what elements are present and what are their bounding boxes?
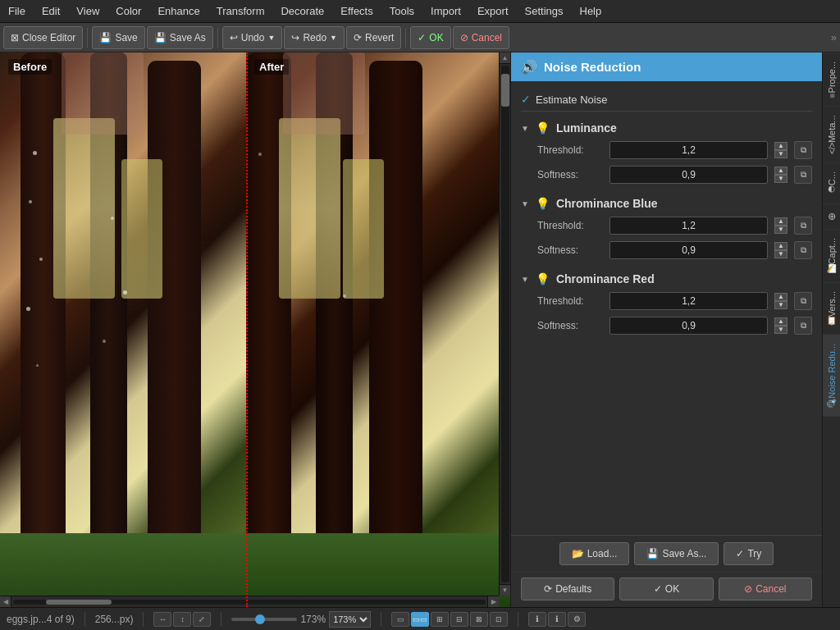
chrom-red-threshold-label: Threshold: xyxy=(537,295,603,307)
multi-view-icon-3[interactable]: ⊠ xyxy=(470,612,488,627)
luminance-softness-copy[interactable]: ⧉ xyxy=(794,166,812,184)
chrom-red-threshold-spinners: ▲ ▼ xyxy=(774,293,788,309)
resize-icons: ↔ ↕ ⤢ xyxy=(153,612,211,627)
fit-window-icon[interactable]: ⤢ xyxy=(193,612,211,627)
luminance-softness-spinners: ▲ ▼ xyxy=(774,167,788,183)
save-as-button[interactable]: 💾 Save As xyxy=(147,26,213,49)
vscroll-down-button[interactable]: ▼ xyxy=(500,584,511,596)
luminance-softness-input[interactable] xyxy=(609,166,768,184)
estimate-noise-check[interactable]: ✓ xyxy=(521,93,531,106)
save-button[interactable]: 💾 Save xyxy=(92,26,144,49)
menu-tools[interactable]: Tools xyxy=(381,2,422,21)
noise-reduction-panel: 🔊 Noise Reduction ✓ Estimate Noise ▼ 💡 L… xyxy=(510,52,822,607)
menu-view[interactable]: View xyxy=(68,2,107,21)
panel-cancel-button[interactable]: ⊘ Cancel xyxy=(719,578,812,600)
menu-import[interactable]: Import xyxy=(422,2,469,21)
fit-width-icon[interactable]: ↔ xyxy=(153,612,171,627)
luminance-softness-spin-up[interactable]: ▲ xyxy=(774,167,788,175)
side-tabs: ≡ Prope... </> Meta... ◑ C... ⊕ 📝 Capt..… xyxy=(822,52,840,607)
menu-settings[interactable]: Settings xyxy=(517,2,572,21)
chrom-blue-softness-spin-down[interactable]: ▼ xyxy=(774,250,788,258)
info-icon[interactable]: ℹ xyxy=(528,612,546,627)
revert-button[interactable]: ⟳ Revert xyxy=(346,26,401,49)
horizontal-scrollbar[interactable]: ◀ ▶ xyxy=(0,596,499,607)
menu-help[interactable]: Help xyxy=(572,2,610,21)
panel-ok-button[interactable]: ✓ OK xyxy=(619,578,713,600)
chrom-blue-softness-input[interactable] xyxy=(609,241,768,259)
chrom-red-threshold-row: Threshold: ▲ ▼ ⧉ xyxy=(521,289,812,313)
captions-tab[interactable]: 📝 Capt... xyxy=(823,229,840,282)
menu-decorate[interactable]: Decorate xyxy=(272,2,332,21)
chrominance-blue-header[interactable]: ▼ 💡 Chrominance Blue xyxy=(521,194,812,213)
luminance-threshold-spin-down[interactable]: ▼ xyxy=(774,150,788,158)
world-tab[interactable]: ⊕ xyxy=(823,203,840,229)
noise-reduction-tab[interactable]: 🔊 Noise Redu... xyxy=(823,335,840,417)
luminance-softness-spin-down[interactable]: ▼ xyxy=(774,175,788,183)
chrom-red-softness-spin-up[interactable]: ▲ xyxy=(774,317,788,326)
chrom-blue-threshold-copy[interactable]: ⧉ xyxy=(794,217,812,235)
try-button[interactable]: ✓ Try xyxy=(724,542,774,565)
canvas-area[interactable]: Before After ▲ ▼ ◀ ▶ xyxy=(0,52,510,607)
chrom-blue-threshold-input[interactable] xyxy=(609,217,768,235)
hscroll-thumb[interactable] xyxy=(46,600,112,605)
chrom-blue-softness-copy[interactable]: ⧉ xyxy=(794,241,812,259)
vscroll-up-button[interactable]: ▲ xyxy=(500,52,511,64)
menu-enhance[interactable]: Enhance xyxy=(149,2,208,21)
chrom-red-threshold-spin-up[interactable]: ▲ xyxy=(774,293,788,301)
load-button[interactable]: 📂 Load... xyxy=(559,542,630,565)
cancel-button[interactable]: ⊘ Cancel xyxy=(453,26,509,49)
menu-transform[interactable]: Transform xyxy=(208,2,273,21)
redo-button[interactable]: ↪ Redo ▼ xyxy=(284,26,345,49)
chrom-blue-softness-spinners: ▲ ▼ xyxy=(774,242,788,258)
properties-tab[interactable]: ≡ Prope... xyxy=(823,52,840,106)
dimensions-label: 256...px) xyxy=(95,614,134,625)
chrominance-red-header[interactable]: ▼ 💡 Chrominance Red xyxy=(521,269,812,289)
vertical-scrollbar[interactable]: ▲ ▼ xyxy=(499,52,510,596)
chrom-blue-softness-spin-up[interactable]: ▲ xyxy=(774,242,788,250)
hscroll-left-button[interactable]: ◀ xyxy=(0,596,11,608)
panel-save-as-button[interactable]: 💾 Save As... xyxy=(634,542,719,565)
luminance-header[interactable]: ▼ 💡 Luminance xyxy=(521,118,812,138)
zoom-value-label: 173% xyxy=(300,614,326,625)
chrom-red-softness-spin-down[interactable]: ▼ xyxy=(774,326,788,334)
chrom-red-softness-copy[interactable]: ⧉ xyxy=(794,317,812,335)
zoom-dropdown[interactable]: 173% 100% 50% 200% xyxy=(329,611,371,628)
luminance-threshold-spin-up[interactable]: ▲ xyxy=(774,142,788,150)
chrom-red-softness-input[interactable] xyxy=(609,317,768,335)
menu-edit[interactable]: Edit xyxy=(34,2,68,21)
luminance-section: ▼ 💡 Luminance Threshold: ▲ ▼ ⧉ Softness: xyxy=(521,118,812,187)
menu-color[interactable]: Color xyxy=(107,2,149,21)
settings-icon[interactable]: ⚙ xyxy=(568,612,586,627)
zoom-slider[interactable] xyxy=(231,618,297,621)
menu-file[interactable]: File xyxy=(0,2,34,21)
versions-tab[interactable]: 📋 Vers... xyxy=(823,282,840,335)
undo-button[interactable]: ↩ Undo ▼ xyxy=(222,26,283,49)
chrom-blue-threshold-spin-down[interactable]: ▼ xyxy=(774,226,788,234)
chrom-red-threshold-spin-down[interactable]: ▼ xyxy=(774,301,788,309)
luminance-threshold-row: Threshold: ▲ ▼ ⧉ xyxy=(521,138,812,162)
close-editor-button[interactable]: ⊠ Close Editor xyxy=(3,26,83,49)
fit-height-icon[interactable]: ↕ xyxy=(173,612,191,627)
chrom-red-threshold-copy[interactable]: ⧉ xyxy=(794,292,812,310)
luminance-threshold-copy[interactable]: ⧉ xyxy=(794,141,812,159)
menu-effects[interactable]: Effects xyxy=(332,2,381,21)
multi-view-icon-2[interactable]: ⊟ xyxy=(450,612,468,627)
panel-bottom-buttons: ⟳ Defaults ✓ OK ⊘ Cancel xyxy=(511,572,822,607)
color-tab[interactable]: ◑ C... xyxy=(823,162,840,203)
meta-tab[interactable]: </> Meta... xyxy=(823,106,840,162)
split-view-icon[interactable]: ▭▭ xyxy=(411,612,429,627)
hscroll-right-button[interactable]: ▶ xyxy=(487,596,499,608)
multi-view-icon-1[interactable]: ⊞ xyxy=(431,612,449,627)
ok-button[interactable]: ✓ OK xyxy=(410,26,450,49)
info2-icon[interactable]: ℹ xyxy=(548,612,566,627)
vscroll-thumb[interactable] xyxy=(501,74,509,107)
chrom-red-threshold-input[interactable] xyxy=(609,292,768,310)
chrom-red-softness-spinners: ▲ ▼ xyxy=(774,317,788,334)
multi-view-icon-4[interactable]: ⊡ xyxy=(490,612,508,627)
menu-export[interactable]: Export xyxy=(469,2,517,21)
single-view-icon[interactable]: ▭ xyxy=(391,612,409,627)
defaults-button[interactable]: ⟳ Defaults xyxy=(521,578,614,600)
luminance-threshold-input[interactable] xyxy=(609,141,768,159)
chrom-blue-threshold-spin-up[interactable]: ▲ xyxy=(774,217,788,226)
chrom-blue-label: Chrominance Blue xyxy=(556,197,658,210)
